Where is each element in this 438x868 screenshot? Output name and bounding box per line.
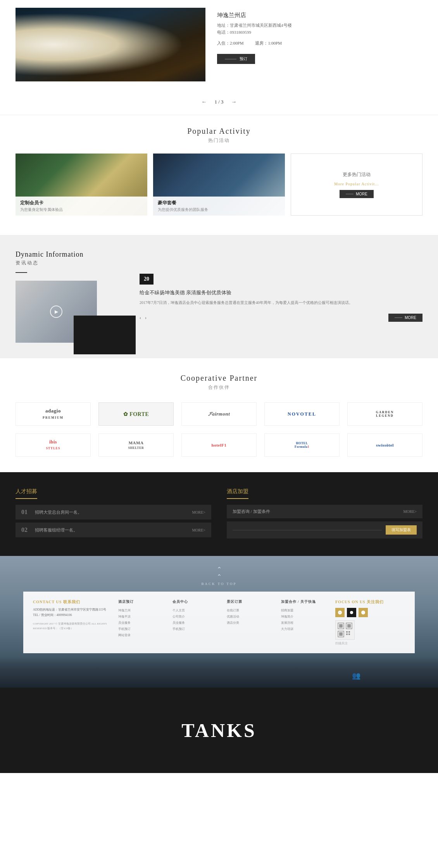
social-icons-row [335, 608, 405, 617]
footer-nav4-item-2[interactable]: 坤逸简介 [281, 614, 328, 620]
book-button[interactable]: 预订 [217, 54, 255, 64]
footer-contact-title: CONTACT US 联系我们 [33, 599, 110, 605]
thanks-section: TANKS [0, 688, 438, 773]
recruit-more-1[interactable]: MORE> [192, 510, 205, 514]
footer-nav1-item-3[interactable]: 员业服务 [118, 620, 165, 626]
next-arrow[interactable]: → [231, 99, 237, 105]
back-arrow-icon: ⌃⌃ [217, 566, 222, 580]
partner-title-zh: 合作伙伴 [16, 384, 422, 391]
footer-mountain [0, 657, 438, 688]
back-to-top-text: BACK TO TOP [202, 582, 237, 586]
footer-nav2-item-3[interactable]: 员业服务 [172, 620, 219, 626]
footer-nav-4: 加盟合作 / 关于快逸 招商加盟 坤逸简介 发展历程 大力培训 [281, 599, 328, 645]
footer-nav1-item-4[interactable]: 手机预订 [118, 626, 165, 632]
prev-arrow[interactable]: ← [201, 99, 207, 105]
franchise-button[interactable]: 填写加盟表 [386, 525, 417, 535]
activity-sub-1: 为您量身定制专属体验品 [20, 207, 143, 212]
footer-nav4-item-3[interactable]: 发展历程 [281, 620, 328, 626]
recruit-franchise-section: 人才招募 01 招聘大堂总台房间一名。 MORE> 02 招聘客服组经理一名。 … [0, 472, 438, 556]
footer-nav3-title: 景区订票 [227, 599, 273, 604]
footer-nav4-title: 加盟合作 / 关于快逸 [281, 599, 328, 604]
dynamic-right: 20 给金不眛扬坤逸美德 亲清服务创优质体验 2017年7月7日消，坤逸酒店会员… [116, 250, 422, 343]
franchise-col: 酒店加盟 加盟咨询 / 加盟条件 MORE> 填写加盟表 [227, 488, 422, 540]
footer-contact-address: ADD您的地址是：甘肃省兰州市安宁区安宁西路115号 [33, 607, 110, 613]
footer-nav1-item-5[interactable]: 网站登录 [118, 632, 165, 638]
partner-forte: ✿ FORTE [98, 402, 174, 426]
recruit-num-2: 02 [21, 526, 29, 533]
partner-ibis: ibisSTYLES [16, 433, 91, 457]
svg-point-0 [350, 611, 353, 614]
footer-nav1-item-2[interactable]: 坤逸平凉 [118, 614, 165, 620]
partner-grid: adagioPREMIUM ✿ FORTE 𝓕airmont NOVOTEL G… [16, 402, 422, 457]
more-title-zh: 更多热门活动 [343, 171, 371, 178]
news-prev-arrow[interactable]: ‹ [140, 315, 141, 321]
footer-nav1-item-1[interactable]: 坤逸兰州 [118, 607, 165, 614]
footer-social: FOCUS ON US 关注我们 [335, 599, 405, 645]
footer-nav1-title: 酒店预订 [118, 599, 165, 604]
footer-nav4-item-1[interactable]: 招商加盟 [281, 607, 328, 614]
play-button[interactable]: ▶ [50, 305, 62, 318]
franchise-more[interactable]: MORE> [403, 509, 417, 514]
recruit-item-2: 02 招聘客服组经理一名。 MORE> [16, 523, 211, 537]
footer-silhouettes: 👥 [352, 671, 360, 680]
recruit-text-2: 招聘客服组经理一名。 [35, 527, 186, 533]
news-content: 2017年7月7日消，坤逸酒店会员中心迎索服务服务总普通在里立服务40年周年，为… [140, 299, 422, 306]
activity-sub-2: 为您提供优质服务的团队服务 [158, 207, 280, 212]
back-to-top[interactable]: ⌃⌃ BACK TO TOP [0, 556, 438, 586]
novotel-logo: NOVOTEL [288, 411, 316, 417]
svg-rect-9 [346, 633, 348, 635]
adagio-logo: adagioPREMIUM [43, 408, 64, 420]
svg-rect-10 [348, 633, 350, 635]
franchise-text: 加盟咨询 / 加盟条件 [233, 509, 403, 514]
partner-mama: MAMASHELTER [98, 433, 174, 457]
news-more-button[interactable]: MORE [388, 314, 422, 322]
hotel-info: 坤逸兰州店 地址：甘肃省兰州市城关区新西城4号楼 电话：0931869599 入… [217, 8, 422, 68]
hotel-address: 地址：甘肃省兰州市城关区新西城4号楼 电话：0931869599 [217, 22, 422, 36]
legend-logo: GARDENLEGEND [376, 411, 394, 418]
partner-title-en: Cooperative Partner [16, 374, 422, 383]
footer-nav2-item-2[interactable]: 公司简介 [172, 614, 219, 620]
dynamic-left: Dynamic Information 资讯动态 ▶ [16, 250, 116, 343]
more-title-en: More Popular Activit... [334, 182, 379, 186]
activity-more-card: 更多热门活动 More Popular Activit... MORE [291, 154, 422, 216]
footer-nav3-item-2[interactable]: 优惠活动 [227, 614, 273, 620]
footer-nav3-item-1[interactable]: 在线订票 [227, 607, 273, 614]
footer-copyright: COPYRIGHT 2017 © 甘肃坤逸连锁有限责任公司 ALL RIGHTS… [33, 621, 110, 631]
qr-label: 扫描关注 [335, 641, 405, 645]
footer-nav2-item-4[interactable]: 手机预订 [172, 626, 219, 632]
news-next-arrow[interactable]: › [145, 315, 147, 321]
recruit-num-1: 01 [21, 509, 29, 516]
svg-rect-2 [339, 624, 343, 628]
more-activities-button[interactable]: MORE [340, 190, 374, 198]
page-number: 1 / 3 [214, 99, 223, 105]
dynamic-inner: Dynamic Information 资讯动态 ▶ 20 给金不眛扬坤逸美德 … [16, 250, 422, 343]
svg-rect-4 [347, 624, 351, 628]
partner-section: Cooperative Partner 合作伙伴 adagioPREMIUM ✿… [0, 358, 438, 472]
pagination: ← 1 / 3 → [0, 93, 438, 115]
recruit-item-1: 01 招聘大堂总台房间一名。 MORE> [16, 505, 211, 519]
weibo2-icon[interactable] [359, 608, 368, 617]
activity-label-2: 豪华套餐 为您提供优质服务的团队服务 [153, 197, 285, 216]
partner-title: Cooperative Partner 合作伙伴 [16, 374, 422, 391]
swissotel-logo: swissötel [376, 443, 393, 447]
footer-nav4-item-4[interactable]: 大力培训 [281, 626, 328, 632]
activity-card-2[interactable]: 豪华套餐 为您提供优质服务的团队服务 [153, 154, 285, 216]
partner-fairmont: 𝓕airmont [181, 402, 257, 426]
franchise-item: 加盟咨询 / 加盟条件 MORE> [227, 505, 422, 518]
wechat-icon[interactable] [335, 608, 345, 617]
partner-novotel: NOVOTEL [264, 402, 340, 426]
recruit-text-1: 招聘大堂总台房间一名。 [35, 509, 186, 515]
dynamic-line [16, 272, 27, 273]
weibo-icon[interactable] [347, 608, 356, 617]
fairmont-logo: 𝓕airmont [208, 411, 230, 417]
qr-code [335, 620, 355, 640]
dynamic-overlay-image [74, 316, 136, 354]
activity-card-1[interactable]: 定制会员卡 为您量身定制专属体验品 [16, 154, 147, 216]
mama-logo: MAMASHELTER [128, 440, 144, 450]
dynamic-title-en: Dynamic Information [16, 250, 116, 259]
recruit-more-2[interactable]: MORE> [192, 528, 205, 532]
footer-nav2-item-1[interactable]: 个人主页 [172, 607, 219, 614]
footer-nav3-item-3[interactable]: 酒店分类 [227, 620, 273, 626]
partner-formula1: HOTELFormula1 [264, 433, 340, 457]
footer-social-title: FOCUS ON US 关注我们 [335, 599, 405, 605]
